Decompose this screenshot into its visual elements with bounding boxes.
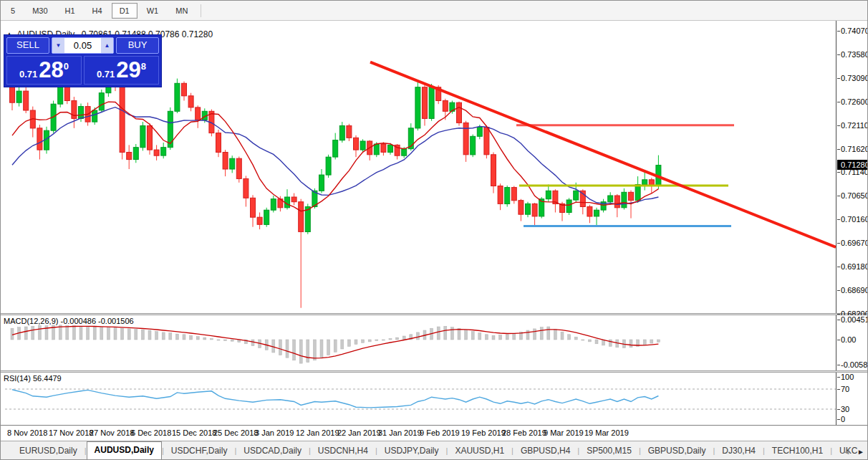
one-click-trade-panel: SELL ▼ ▲ BUY 0.71 28 0 — [4, 34, 162, 87]
price-tick-label: 0.72600 — [841, 97, 868, 106]
sell-button[interactable]: SELL — [6, 37, 49, 54]
sell-price-prefix: 0.71 — [19, 69, 37, 80]
macd-tick-label: 0.004517 — [841, 315, 868, 324]
price-tick-label: 0.73090 — [841, 74, 868, 82]
tab-sp500-m15[interactable]: SP500,M15 — [579, 443, 639, 459]
sell-price-point: 0 — [64, 61, 69, 72]
date-label: 9 Mar 2019 — [544, 428, 584, 437]
date-label: 17 Nov 2018 — [49, 428, 93, 437]
lot-size-input[interactable] — [64, 38, 101, 53]
lot-size-stepper: ▼ ▲ — [52, 37, 114, 54]
date-label: 9 Feb 2019 — [420, 428, 460, 437]
rsi-tick-label: 70 — [841, 385, 849, 393]
price-tick-label: 0.71620 — [841, 145, 868, 153]
lot-decrease-icon[interactable]: ▼ — [52, 38, 64, 53]
date-label: 15 Dec 2018 — [172, 428, 216, 437]
price-tick-label: 0.69180 — [841, 262, 868, 271]
date-label: 22 Jan 2019 — [337, 428, 381, 437]
price-tick-label: 0.73580 — [841, 50, 868, 59]
rsi-label: RSI(14) 56.4479 — [4, 374, 62, 383]
rsi-axis: 10070300 — [836, 373, 868, 425]
price-tick-label: 0.70650 — [841, 191, 868, 200]
tab-usdcnh-h4[interactable]: USDCNH,H4 — [311, 443, 375, 459]
rsi-panel[interactable]: RSI(14) 56.4479 — [1, 373, 836, 425]
timeframe-button-5[interactable]: 5 — [3, 3, 23, 19]
sell-price-display[interactable]: 0.71 28 0 — [6, 56, 82, 85]
rsi-tick-label: 0 — [841, 415, 845, 423]
date-label: 27 Nov 2018 — [90, 428, 134, 437]
date-label: 19 Mar 2019 — [584, 428, 629, 437]
timeframe-button-m30[interactable]: M30 — [24, 3, 55, 19]
tab-eurusd-daily[interactable]: EURUSD,Daily — [12, 443, 85, 459]
lot-increase-icon[interactable]: ▲ — [101, 38, 113, 53]
tabs-scroll-right-icon[interactable]: ► — [857, 448, 864, 456]
date-label: 25 Dec 2018 — [213, 428, 258, 437]
date-label: 12 Jan 2019 — [296, 428, 339, 437]
date-label: 3 Jan 2019 — [255, 428, 294, 437]
rsi-tick-label: 30 — [841, 405, 849, 413]
macd-axis: 0.0045170.00-0.005899 — [836, 315, 868, 370]
buy-price-point: 8 — [141, 61, 146, 72]
date-label: 8 Nov 2018 — [7, 428, 47, 437]
buy-button[interactable]: BUY — [116, 37, 159, 54]
tab-xauusd-h1[interactable]: XAUUSD,H1 — [448, 443, 511, 459]
buy-price-prefix: 0.71 — [97, 69, 115, 80]
buy-price-display[interactable]: 0.71 29 8 — [84, 56, 159, 85]
date-label: 19 Feb 2019 — [461, 428, 506, 437]
macd-label: MACD(12,26,9) -0.000486 -0.001506 — [4, 317, 134, 325]
tab-audusd-daily[interactable]: AUDUSD,Daily — [87, 441, 162, 459]
price-tick-label: 0.70160 — [841, 215, 868, 224]
tabs-scroll-left-icon[interactable]: ◄ — [843, 448, 850, 456]
tab-gbpusd-h4[interactable]: GBPUSD,H4 — [513, 443, 577, 459]
macd-tick-label: 0.00 — [841, 335, 856, 344]
symbol-tabbar: EURUSD,Daily|AUDUSD,Daily|USDCHF,Daily|U… — [1, 441, 867, 459]
date-label: 28 Feb 2019 — [502, 428, 546, 437]
buy-price-pips: 29 — [116, 57, 140, 83]
price-tick-label: 0.68690 — [841, 286, 868, 294]
timeframe-button-h4[interactable]: H4 — [85, 3, 110, 19]
tab-usdchf-daily[interactable]: USDCHF,Daily — [164, 443, 235, 459]
price-tick-label: 0.74070 — [841, 27, 868, 35]
timeframe-toolbar: 5M30H1H4D1W1MN — [1, 1, 867, 21]
timeframe-button-w1[interactable]: W1 — [139, 3, 167, 19]
toolbar-divider — [201, 4, 201, 17]
tab-gbpusd-daily[interactable]: GBPUSD,Daily — [641, 443, 713, 459]
rsi-tick-label: 100 — [841, 373, 854, 381]
tab-usdcad-daily[interactable]: USDCAD,Daily — [236, 443, 309, 459]
date-label: 6 Dec 2018 — [131, 428, 171, 437]
tab-dj30-h4[interactable]: DJ30,H4 — [715, 443, 763, 459]
timeframe-button-mn[interactable]: MN — [168, 3, 196, 19]
chart-window: ▲ AUDUSD,Daily 0.70861 0.71488 0.70786 0… — [1, 21, 868, 441]
current-price-badge: 0.71280 — [837, 160, 868, 170]
price-tick-label: 0.69670 — [841, 239, 868, 247]
sell-price-pips: 28 — [39, 57, 63, 83]
date-label: 31 Jan 2019 — [378, 428, 422, 437]
price-tick-label: 0.72110 — [841, 121, 868, 130]
timeframe-button-d1[interactable]: D1 — [112, 3, 138, 19]
price-chart[interactable]: ▲ AUDUSD,Daily 0.70861 0.71488 0.70786 0… — [1, 21, 836, 313]
date-axis[interactable]: 8 Nov 201817 Nov 201827 Nov 20186 Dec 20… — [1, 425, 868, 441]
terminal-window: 5M30H1H4D1W1MN ▲ AUDUSD,Daily 0.70861 0.… — [0, 0, 868, 460]
price-axis[interactable]: 0.740700.735800.730900.726000.721100.716… — [836, 21, 868, 313]
timeframe-button-h1[interactable]: H1 — [57, 3, 83, 19]
tab-usdjpy-daily[interactable]: USDJPY,Daily — [377, 443, 446, 459]
tab-tech100-h1[interactable]: TECH100,H1 — [765, 443, 830, 459]
macd-tick-label: -0.005899 — [841, 360, 868, 369]
macd-panel[interactable]: MACD(12,26,9) -0.000486 -0.001506 — [1, 315, 836, 370]
